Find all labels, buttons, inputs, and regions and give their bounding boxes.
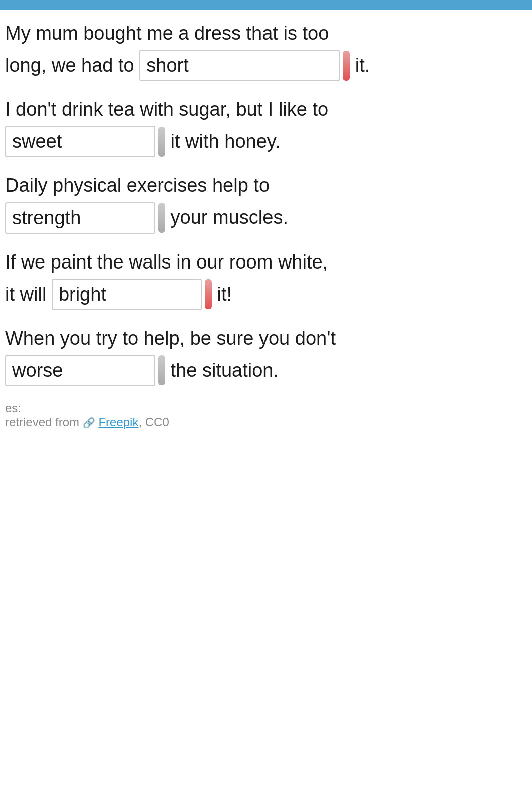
sentence-4-text-1: If we paint the walls in our room white, <box>5 249 328 276</box>
sentence-4-after: it! <box>212 281 232 308</box>
fill-input-3[interactable] <box>5 202 155 234</box>
sentence-block-5: When you try to help, be sure you don't … <box>5 325 527 386</box>
indicator-5 <box>158 355 165 385</box>
input-wrapper-2 <box>5 126 165 157</box>
footer-attribution: retrieved from <box>5 415 83 429</box>
sentence-5-after: the situation. <box>165 357 279 384</box>
sentence-line-3b: your muscles. <box>5 202 527 234</box>
input-wrapper-5 <box>5 355 165 386</box>
link-icon: 🔗 <box>83 417 95 428</box>
footer: es: retrieved from 🔗 Freepik, CC0 <box>5 401 527 429</box>
sentence-1-before: long, we had to <box>5 52 139 79</box>
sentence-1-text-1: My mum bought me a dress that is too <box>5 20 329 47</box>
sentence-line-1a: My mum bought me a dress that is too <box>5 20 527 47</box>
top-bar <box>0 0 532 10</box>
sentence-line-5a: When you try to help, be sure you don't <box>5 325 527 352</box>
sentence-block-1: My mum bought me a dress that is too lon… <box>5 20 527 81</box>
sentence-line-2a: I don't drink tea with sugar, but I like… <box>5 96 527 123</box>
indicator-2 <box>158 127 165 157</box>
sentence-3-after: your muscles. <box>165 204 288 231</box>
fill-input-2[interactable] <box>5 126 155 157</box>
sentence-2-text-1: I don't drink tea with sugar, but I like… <box>5 96 328 123</box>
fill-input-5[interactable] <box>5 355 155 386</box>
sentence-block-4: If we paint the walls in our room white,… <box>5 249 527 310</box>
indicator-1 <box>343 51 350 81</box>
footer-prefix: es: <box>5 401 21 415</box>
sentence-5-text-1: When you try to help, be sure you don't <box>5 325 336 352</box>
freepik-link[interactable]: Freepik <box>98 415 138 429</box>
sentence-3-text-1: Daily physical exercises help to <box>5 172 270 199</box>
sentence-line-2b: it with honey. <box>5 126 527 157</box>
footer-suffix: , CC0 <box>138 415 169 429</box>
sentence-1-after: it. <box>350 52 370 79</box>
indicator-3 <box>158 203 165 233</box>
sentence-line-1b: long, we had to it. <box>5 50 527 81</box>
sentence-line-3a: Daily physical exercises help to <box>5 172 527 199</box>
indicator-4 <box>205 279 212 309</box>
sentence-line-4a: If we paint the walls in our room white, <box>5 249 527 276</box>
sentence-block-3: Daily physical exercises help to your mu… <box>5 172 527 233</box>
sentence-line-5b: the situation. <box>5 355 527 386</box>
sentence-2-after: it with honey. <box>165 128 281 155</box>
sentence-4-before: it will <box>5 281 52 308</box>
sentence-line-4b: it will it! <box>5 279 527 310</box>
fill-input-1[interactable] <box>139 50 340 81</box>
input-wrapper-4 <box>52 279 212 310</box>
input-wrapper-1 <box>139 50 350 81</box>
sentence-block-2: I don't drink tea with sugar, but I like… <box>5 96 527 157</box>
input-wrapper-3 <box>5 202 165 234</box>
fill-input-4[interactable] <box>52 279 202 310</box>
